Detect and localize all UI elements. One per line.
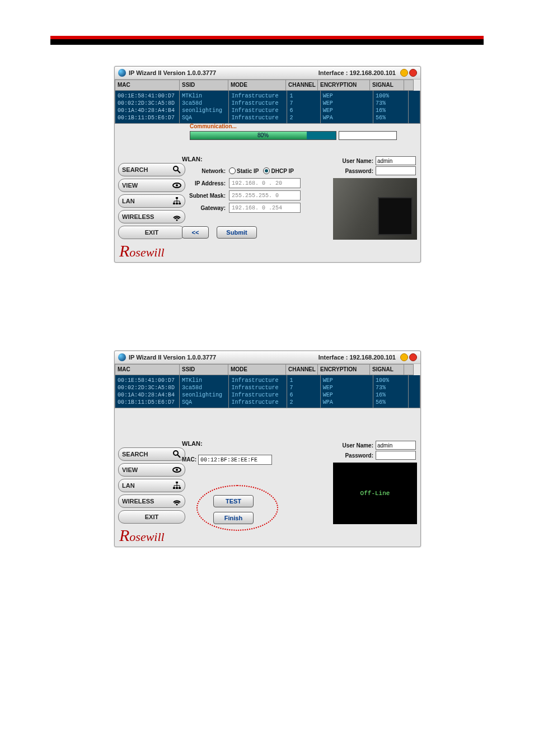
mac-list[interactable]: 00:1E:58:41:00:D7 00:02:2D:3C:A5:8D 00:1… <box>115 375 180 408</box>
dhcp-ip-label: DHCP IP <box>271 168 293 174</box>
svg-point-0 <box>174 166 178 171</box>
col-ssid: SSID <box>180 80 228 91</box>
app-globe-icon <box>118 69 126 77</box>
password-input[interactable] <box>376 166 416 175</box>
view-button[interactable]: VIEW <box>118 179 185 192</box>
channel-cells: 1 7 6 2 <box>287 91 320 124</box>
search-button[interactable]: SEARCH <box>118 163 185 176</box>
app-title: IP Wizard II Version 1.0.0.3777 <box>129 354 216 361</box>
offline-text: Off-Line <box>360 490 390 497</box>
mac-form-label: MAC: <box>182 456 196 463</box>
network-label: Network: <box>182 168 226 174</box>
ip-address-input[interactable] <box>229 178 301 188</box>
password-label: Password: <box>333 452 373 459</box>
static-ip-label: Static IP <box>237 168 259 174</box>
exit-button[interactable]: EXIT <box>118 510 185 524</box>
credentials: User Name: Password: <box>333 156 417 176</box>
close-icon[interactable] <box>409 353 417 361</box>
scroll-gutter[interactable] <box>409 375 420 408</box>
col-signal: SIGNAL <box>370 80 404 91</box>
col-spacer <box>404 364 414 375</box>
col-mac: MAC <box>115 80 180 91</box>
enc-cells: WEP WEP WEP WPA <box>321 375 373 408</box>
svg-rect-4 <box>176 197 178 199</box>
minimize-icon[interactable] <box>400 353 408 361</box>
close-icon[interactable] <box>409 69 417 77</box>
view-button[interactable]: VIEW <box>118 463 185 477</box>
lan-button[interactable]: LAN <box>118 479 185 492</box>
lan-button[interactable]: LAN <box>118 194 185 208</box>
camera-preview-offline: Off-Line <box>333 463 417 524</box>
ssid-cells[interactable]: MTKlin 3ca58d seonlighting SQA <box>180 375 229 408</box>
ip-wizard-window-2: IP Wizard II Version 1.0.0.3777 Interfac… <box>114 351 421 547</box>
ssid-cells[interactable]: MTKlin 3ca58d seonlighting SQA <box>180 91 229 124</box>
channel-cells: 1 7 6 2 <box>287 375 320 408</box>
ip-wizard-window-1: IP Wizard II Version 1.0.0.3777 Interfac… <box>114 66 421 263</box>
svg-rect-6 <box>176 203 178 204</box>
svg-rect-13 <box>176 482 178 483</box>
progress-text: 80% <box>190 132 336 139</box>
minimize-icon[interactable] <box>400 69 408 77</box>
progress-bar: 80% <box>190 131 336 140</box>
col-encryption: ENCRYPTION <box>318 80 370 91</box>
nav: SEARCH VIEW LAN WIRELESS EXIT <box>115 163 180 239</box>
subnet-mask-input[interactable] <box>229 190 301 200</box>
svg-point-9 <box>174 451 178 455</box>
svg-rect-15 <box>176 487 178 489</box>
col-ssid: SSID <box>180 364 228 375</box>
test-button[interactable]: TEST <box>213 495 254 507</box>
username-input[interactable] <box>376 441 416 450</box>
wlan-title: WLAN: <box>182 440 272 447</box>
mode-cells: Infrastructure Infrastructure Infrastruc… <box>229 91 287 124</box>
mac-input[interactable] <box>198 455 272 465</box>
col-channel: CHANNEL <box>286 80 318 91</box>
titlebar: IP Wizard II Version 1.0.0.3777 Interfac… <box>115 67 420 80</box>
signal-cells: 100% 73% 16% 56% <box>373 375 409 408</box>
wireless-button[interactable]: WIRELESS <box>118 494 185 508</box>
svg-point-3 <box>176 184 178 186</box>
username-label: User Name: <box>333 442 373 449</box>
app-globe-icon <box>118 353 126 361</box>
gateway-input[interactable] <box>229 203 301 213</box>
progress-remainder <box>339 131 397 140</box>
mac-list[interactable]: 00:1E:58:41:00:D7 00:02:2D:3C:A5:8D 00:1… <box>115 91 180 124</box>
svg-rect-14 <box>173 487 175 489</box>
col-spacer <box>404 80 414 91</box>
ip-label: IP Address: <box>182 180 226 186</box>
scroll-gutter[interactable] <box>409 91 420 124</box>
username-label: User Name: <box>333 158 373 164</box>
svg-point-12 <box>176 469 178 471</box>
interface-label: Interface : 192.168.200.101 <box>318 354 396 361</box>
back-button[interactable]: << <box>182 226 209 239</box>
mask-label: Subnet Mask: <box>182 193 226 199</box>
communication-label: Communication... <box>190 123 237 129</box>
svg-point-17 <box>176 504 178 506</box>
static-ip-radio[interactable] <box>229 167 236 174</box>
dhcp-ip-radio[interactable] <box>263 167 270 174</box>
gw-label: Gateway: <box>182 205 226 211</box>
col-encryption: ENCRYPTION <box>318 364 370 375</box>
col-mode: MODE <box>228 80 286 91</box>
camera-preview <box>333 178 417 240</box>
submit-button[interactable]: Submit <box>217 226 257 239</box>
nav: SEARCH VIEW LAN WIRELESS EXIT <box>115 447 180 524</box>
password-input[interactable] <box>376 451 416 460</box>
finish-button[interactable]: Finish <box>213 512 254 524</box>
titlebar: IP Wizard II Version 1.0.0.3777 Interfac… <box>115 351 420 364</box>
signal-cells: 100% 73% 16% 56% <box>373 91 409 124</box>
rosewill-logo: RRosewillosewill <box>119 241 165 260</box>
header-black-bar <box>50 39 484 45</box>
interface-label: Interface : 192.168.200.101 <box>318 69 396 76</box>
exit-button[interactable]: EXIT <box>118 226 185 239</box>
wireless-button[interactable]: WIRELESS <box>118 210 185 223</box>
col-channel: CHANNEL <box>286 364 318 375</box>
app-title: IP Wizard II Version 1.0.0.3777 <box>129 69 216 76</box>
password-label: Password: <box>333 168 373 174</box>
svg-point-8 <box>176 220 178 221</box>
search-button[interactable]: SEARCH <box>118 447 185 461</box>
wlan-form: WLAN: Network: Static IP DHCP IP IP Addr… <box>182 156 301 214</box>
enc-cells: WEP WEP WEP WPA <box>321 91 373 124</box>
username-input[interactable] <box>376 156 416 165</box>
mode-cells: Infrastructure Infrastructure Infrastruc… <box>229 375 287 408</box>
credentials: User Name: Password: <box>333 440 417 460</box>
